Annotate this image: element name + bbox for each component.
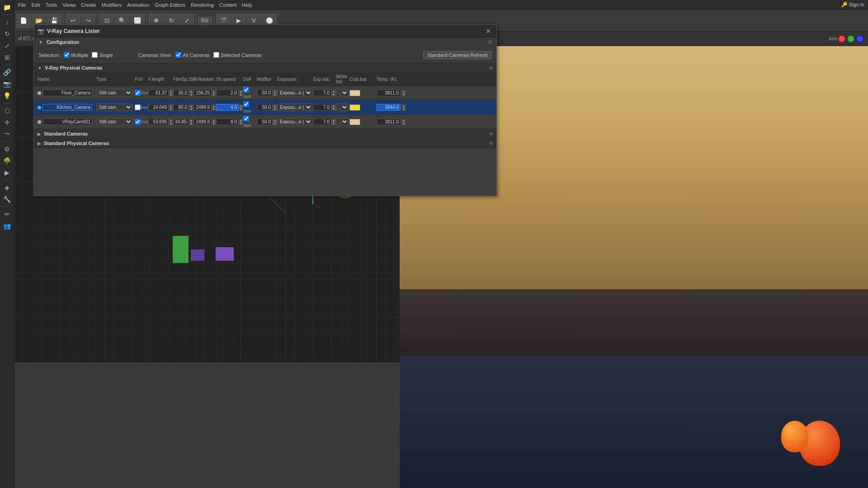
moblur-up-vray001[interactable]: ▲ bbox=[273, 119, 277, 122]
expval-up-vray001[interactable]: ▲ bbox=[331, 119, 336, 122]
moblur-dn-floor[interactable]: ▼ bbox=[273, 93, 277, 96]
flength-up-kitchen[interactable]: ▲ bbox=[169, 104, 173, 108]
temp-input-floor[interactable] bbox=[377, 89, 401, 96]
toolbar-icon-motion[interactable]: ▶ bbox=[2, 167, 13, 178]
menu-content[interactable]: Content bbox=[219, 2, 237, 8]
shspeed-dn-vray001[interactable]: ▼ bbox=[239, 122, 243, 125]
standard-physical-header[interactable]: ▶ Standard Physical Cameras bbox=[34, 139, 496, 148]
shspeed-dn-kitchen[interactable]: ▼ bbox=[239, 108, 243, 111]
expval-input-floor[interactable] bbox=[313, 89, 331, 96]
all-cameras-checkbox-label[interactable]: All Cameras bbox=[175, 52, 210, 58]
temp-up-vray001[interactable]: ▲ bbox=[401, 119, 406, 122]
menu-create[interactable]: Create bbox=[81, 2, 96, 8]
toolbar-icon-rotate[interactable]: ↻ bbox=[2, 28, 13, 39]
shspeed-input-vray001[interactable] bbox=[216, 118, 239, 125]
temp-up-kitchen[interactable]: ▲ bbox=[401, 104, 406, 108]
standard-cameras-header[interactable]: ▶ Standard Cameras bbox=[34, 129, 496, 139]
temp-input-vray001[interactable] bbox=[377, 118, 401, 125]
toolbar-icon-spline[interactable]: 〜 bbox=[2, 129, 13, 140]
expval-dn-floor[interactable]: ▼ bbox=[331, 93, 336, 96]
camera-row-floor[interactable]: Still cam FoV ▲▼ ▲▼ bbox=[34, 86, 496, 100]
expval-up-kitchen[interactable]: ▲ bbox=[331, 104, 336, 108]
temp-input-kitchen[interactable] bbox=[377, 104, 401, 111]
toolbar-icon-select[interactable]: ⊞ bbox=[2, 52, 13, 63]
moblur-input-kitchen[interactable] bbox=[257, 104, 273, 111]
selected-cameras-checkbox-label[interactable]: Selected Cameras bbox=[213, 52, 262, 58]
menu-modifiers[interactable]: Modifiers bbox=[102, 2, 122, 8]
fnumber-dn-vray001[interactable]: ▼ bbox=[212, 122, 216, 125]
multiple-checkbox-label[interactable]: Multiple bbox=[64, 52, 88, 58]
temp-dn-kitchen[interactable]: ▼ bbox=[401, 108, 406, 111]
menu-animation[interactable]: Animation bbox=[127, 2, 149, 8]
dof-checkbox-kitchen[interactable] bbox=[243, 101, 249, 107]
menu-edit[interactable]: Edit bbox=[32, 2, 40, 8]
custbal-swatch-floor[interactable] bbox=[349, 90, 360, 96]
fnumber-input-vray001[interactable] bbox=[193, 118, 212, 125]
expval-dn-vray001[interactable]: ▼ bbox=[331, 122, 336, 125]
shspeed-input-kitchen[interactable] bbox=[216, 104, 239, 111]
camera-name-input-floor[interactable] bbox=[42, 89, 92, 96]
filmsp-input-floor[interactable] bbox=[173, 89, 189, 96]
toolbar-icon-folder[interactable]: 📁 bbox=[2, 2, 13, 13]
filmsp-up-kitchen[interactable]: ▲ bbox=[189, 104, 193, 108]
flength-input-floor[interactable] bbox=[148, 89, 169, 96]
expval-up-floor[interactable]: ▲ bbox=[331, 90, 336, 93]
fnumber-up-kitchen[interactable]: ▲ bbox=[212, 104, 216, 108]
refresh-button[interactable]: Standard Cameras Refresh bbox=[423, 51, 492, 59]
moblur-dn-vray001[interactable]: ▼ bbox=[273, 122, 277, 125]
single-checkbox[interactable] bbox=[92, 52, 98, 58]
filmsp-dn-kitchen[interactable]: ▼ bbox=[189, 108, 193, 111]
dialog-close-button[interactable]: ✕ bbox=[484, 27, 493, 36]
all-cameras-checkbox[interactable] bbox=[175, 52, 181, 58]
toolbar-icon-hierarchy[interactable]: 🌳 bbox=[2, 155, 13, 166]
camera-type-select-kitchen[interactable]: Still cam bbox=[96, 103, 132, 111]
filmsp-up-floor[interactable]: ▲ bbox=[189, 90, 193, 93]
temp-dn-floor[interactable]: ▼ bbox=[401, 93, 406, 96]
shspeed-up-vray001[interactable]: ▲ bbox=[239, 119, 243, 122]
fov-checkbox-vray001[interactable] bbox=[135, 119, 141, 125]
dof-checkbox-vray001[interactable] bbox=[243, 116, 249, 122]
toolbar-icon-utilities[interactable]: 🔧 bbox=[2, 194, 13, 205]
toolbar-icon-light[interactable]: 💡 bbox=[2, 90, 13, 101]
toolbar-icon-display[interactable]: ◈ bbox=[2, 182, 13, 193]
toolbar-icon-camera[interactable]: 📷 bbox=[2, 79, 13, 89]
flength-dn-floor[interactable]: ▼ bbox=[169, 93, 173, 96]
menu-graph-editors[interactable]: Graph Editors bbox=[155, 2, 185, 8]
flength-up-vray001[interactable]: ▲ bbox=[169, 119, 173, 122]
sign-in-button[interactable]: 🔑 Sign In bbox=[841, 2, 864, 8]
flength-dn-vray001[interactable]: ▼ bbox=[169, 122, 173, 125]
moblur-input-floor[interactable] bbox=[257, 89, 273, 96]
expval-dn-kitchen[interactable]: ▼ bbox=[331, 108, 336, 111]
menu-tools[interactable]: Tools bbox=[46, 2, 57, 8]
menu-file[interactable]: File bbox=[18, 2, 26, 8]
single-checkbox-label[interactable]: Single bbox=[92, 52, 113, 58]
toolbar-icon-scale[interactable]: ⤢ bbox=[2, 40, 13, 51]
toolbar-icon-modifier[interactable]: ⚙ bbox=[2, 144, 13, 155]
moblur-up-kitchen[interactable]: ▲ bbox=[273, 104, 277, 108]
dialog-scroll-area[interactable]: ▼ V-Ray Physical Cameras Name: Type: FoV… bbox=[34, 63, 496, 205]
filmsp-dn-floor[interactable]: ▼ bbox=[189, 93, 193, 96]
fnumber-input-kitchen[interactable] bbox=[193, 104, 212, 111]
expval-input-vray001[interactable] bbox=[313, 118, 331, 125]
exposure-select-kitchen[interactable]: Exposu...e (EV) bbox=[277, 103, 312, 111]
dof-checkbox-floor[interactable] bbox=[243, 87, 249, 93]
fnumber-dn-floor[interactable]: ▼ bbox=[212, 93, 216, 96]
menu-views[interactable]: Views bbox=[62, 2, 75, 8]
filmsp-dn-vray001[interactable]: ▼ bbox=[189, 122, 193, 125]
shspeed-up-floor[interactable]: ▲ bbox=[239, 90, 243, 93]
moblur-dn-kitchen[interactable]: ▼ bbox=[273, 108, 277, 111]
toolbar-icon-paint[interactable]: ✏ bbox=[2, 209, 13, 220]
toolbar-icon-mesh[interactable]: ⬡ bbox=[2, 105, 13, 116]
temp-dn-vray001[interactable]: ▼ bbox=[401, 122, 406, 125]
flength-input-kitchen[interactable] bbox=[148, 104, 169, 111]
toolbar-icon-populate[interactable]: 👥 bbox=[2, 221, 13, 231]
toolbar-icon-move[interactable]: ↕ bbox=[2, 17, 13, 28]
moblur-up-floor[interactable]: ▲ bbox=[273, 90, 277, 93]
new-scene-btn[interactable]: 📄 bbox=[16, 14, 31, 28]
filmsp-input-kitchen[interactable] bbox=[173, 104, 189, 111]
filmsp-up-vray001[interactable]: ▲ bbox=[189, 119, 193, 122]
camera-name-input-kitchen[interactable] bbox=[42, 104, 92, 111]
fnumber-up-vray001[interactable]: ▲ bbox=[212, 119, 216, 122]
flength-dn-kitchen[interactable]: ▼ bbox=[169, 108, 173, 111]
whitebal-select-kitchen[interactable]: ... bbox=[336, 103, 349, 111]
